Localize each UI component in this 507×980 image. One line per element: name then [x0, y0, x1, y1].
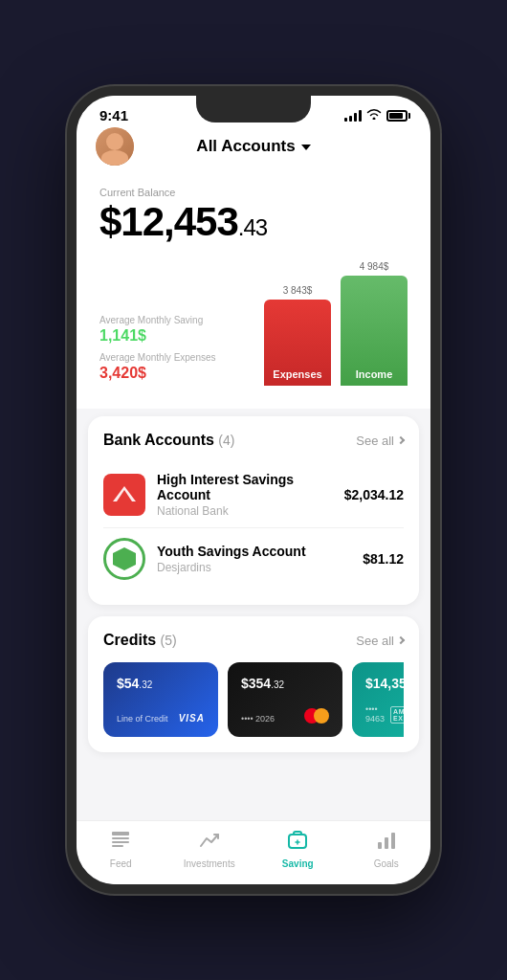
expenses-bar: Expenses	[264, 300, 331, 386]
status-time: 9:41	[99, 107, 128, 123]
svg-rect-3	[112, 837, 129, 839]
account-name-1: High Interest Savings Account	[157, 472, 344, 502]
signal-icon	[344, 110, 362, 122]
balance-cents: .43	[238, 214, 267, 240]
bank-accounts-section: Bank Accounts (4) See all	[88, 416, 419, 605]
income-bar-top-label: 4 984$	[360, 261, 389, 272]
avatar[interactable]	[96, 127, 134, 166]
feed-icon	[109, 829, 132, 856]
credits-count: (5)	[161, 633, 177, 648]
expenses-bar-wrapper: 3 843$ Expenses	[264, 285, 331, 386]
header: All Accounts	[77, 129, 430, 171]
bank-accounts-header: Bank Accounts (4) See all	[103, 432, 404, 449]
balance-section: Current Balance $12,453.43 Average Month…	[77, 171, 430, 409]
account-item[interactable]: High Interest Savings Account National B…	[103, 462, 404, 528]
card-amount-3: $14,354.32	[365, 676, 404, 691]
bar-chart: 3 843$ Expenses 4 984$ Income	[264, 261, 408, 390]
account-info-2: Youth Savings Account Desjardins	[157, 544, 363, 574]
card-label-1: Line of Credit	[117, 714, 168, 724]
balance-amount: $12,453.43	[99, 202, 408, 242]
chevron-down-icon	[301, 145, 311, 150]
credit-card-visa[interactable]: $54.32 Line of Credit VISA	[103, 662, 218, 737]
card-bottom-1: Line of Credit VISA	[117, 713, 205, 724]
credits-title: Credits (5)	[103, 632, 177, 649]
avatar-face	[96, 127, 134, 166]
saving-icon	[286, 829, 309, 856]
nav-item-goals[interactable]: Goals	[342, 829, 431, 869]
bank-accounts-see-all[interactable]: See all	[356, 434, 404, 448]
card-bottom-2: •••• 2026	[241, 708, 329, 724]
main-content[interactable]: Current Balance $12,453.43 Average Month…	[77, 171, 430, 820]
avg-saving-value: 1,141$	[99, 327, 264, 345]
nav-label-goals: Goals	[374, 858, 399, 869]
svg-rect-7	[378, 842, 382, 849]
card-last4-3: •••• 9463	[365, 704, 390, 724]
credit-card-mc[interactable]: $354.32 •••• 2026	[228, 662, 342, 737]
income-bar-wrapper: 4 984$ Income	[341, 261, 408, 386]
credits-header: Credits (5) See all	[103, 632, 404, 649]
income-bar-label: Income	[356, 368, 393, 380]
account-title-text: All Accounts	[196, 137, 295, 156]
account-balance-2: $81.12	[363, 551, 404, 567]
account-bank-1: National Bank	[157, 504, 344, 518]
svg-rect-9	[391, 833, 395, 849]
card-amount-1: $54.32	[117, 676, 205, 691]
phone-frame: 9:41	[67, 86, 440, 894]
expenses-bar-top-label: 3 843$	[283, 285, 313, 296]
arrow-right-icon	[397, 436, 405, 444]
avg-saving-label: Average Monthly Saving	[99, 315, 264, 325]
account-bank-2: Desjardins	[157, 561, 363, 574]
phone-inner: 9:41	[77, 96, 430, 884]
wifi-icon	[366, 108, 382, 122]
goals-icon	[375, 829, 398, 856]
visa-logo: VISA	[179, 713, 205, 724]
nav-label-investments: Investments	[184, 858, 235, 869]
mastercard-logo	[304, 708, 329, 724]
nav-label-feed: Feed	[110, 858, 132, 869]
expenses-bar-label: Expenses	[273, 368, 321, 380]
credits-section: Credits (5) See all $54.32	[88, 616, 419, 752]
bottom-nav: Feed Investments	[77, 820, 430, 884]
stats-chart-row: Average Monthly Saving 1,141$ Average Mo…	[99, 261, 408, 390]
desjardins-icon	[103, 538, 145, 580]
card-amount-2: $354.32	[241, 676, 329, 691]
amex-logo: AMERICAN EXPRESS	[390, 706, 404, 724]
account-name-2: Youth Savings Account	[157, 544, 363, 559]
bank-accounts-count: (4)	[218, 433, 234, 448]
credits-cards-row: $54.32 Line of Credit VISA $354.32	[103, 662, 404, 737]
avg-expenses-label: Average Monthly Expenses	[99, 352, 264, 363]
bank-accounts-title: Bank Accounts (4)	[103, 432, 234, 449]
svg-rect-8	[385, 837, 388, 849]
card-bottom-3: •••• 9463 AMERICAN EXPRESS	[365, 704, 404, 724]
avg-expenses-value: 3,420$	[99, 365, 264, 382]
account-title-button[interactable]: All Accounts	[196, 137, 310, 156]
account-balance-1: $2,034.12	[344, 487, 404, 502]
income-bar: Income	[341, 276, 408, 386]
balance-whole: $12,453	[99, 199, 238, 244]
national-bank-icon	[103, 474, 145, 516]
svg-rect-2	[112, 832, 129, 835]
balance-label: Current Balance	[99, 187, 408, 198]
credits-see-all[interactable]: See all	[356, 634, 404, 648]
arrow-right-icon	[397, 636, 405, 644]
nav-item-saving[interactable]: Saving	[254, 829, 342, 869]
avg-expenses-item: Average Monthly Expenses 3,420$	[99, 352, 264, 382]
avg-saving-item: Average Monthly Saving 1,141$	[99, 315, 264, 345]
nav-item-investments[interactable]: Investments	[165, 829, 254, 869]
nav-item-feed[interactable]: Feed	[77, 829, 165, 869]
account-item[interactable]: Youth Savings Account Desjardins $81.12	[103, 528, 404, 590]
notch	[196, 96, 311, 122]
account-info-1: High Interest Savings Account National B…	[157, 472, 344, 518]
svg-rect-5	[112, 845, 123, 847]
svg-rect-4	[112, 841, 129, 843]
stats-col: Average Monthly Saving 1,141$ Average Mo…	[99, 315, 264, 390]
nav-label-saving: Saving	[282, 858, 314, 869]
card-last4-2: •••• 2026	[241, 714, 275, 724]
credit-card-amex[interactable]: $14,354.32 •••• 9463 AMERICAN EXPRESS	[352, 662, 404, 737]
battery-icon	[386, 110, 408, 122]
status-icons	[344, 108, 408, 122]
investments-icon	[198, 829, 221, 856]
